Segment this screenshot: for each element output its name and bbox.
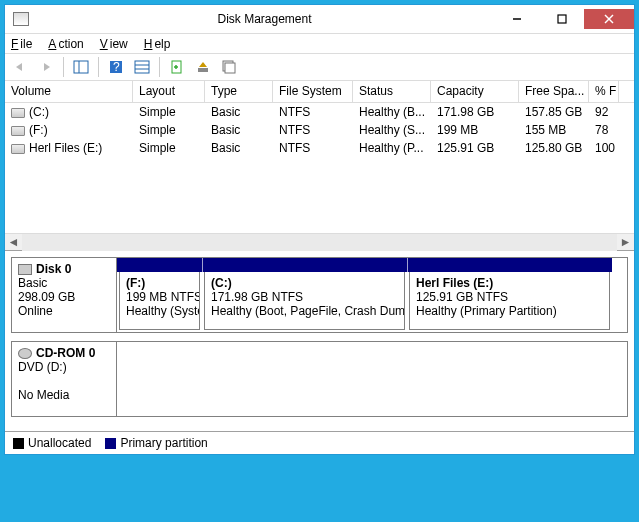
properties-button[interactable] <box>218 56 240 78</box>
show-hide-tree-button[interactable] <box>70 56 92 78</box>
svg-rect-1 <box>558 15 566 23</box>
minimize-button[interactable] <box>494 9 539 29</box>
volume-icon <box>11 108 25 118</box>
maximize-button[interactable] <box>539 9 584 29</box>
disk-icon <box>18 264 32 275</box>
partition[interactable]: (C:)171.98 GB NTFSHealthy (Boot, PageFil… <box>202 258 407 332</box>
scroll-right-icon[interactable]: ► <box>617 234 634 251</box>
forward-button[interactable] <box>35 56 57 78</box>
details-view-button[interactable] <box>131 56 153 78</box>
menu-view[interactable]: View <box>100 37 128 51</box>
partition[interactable]: (F:)199 MB NTFSHealthy (Syste <box>117 258 202 332</box>
table-row[interactable]: (F:)SimpleBasicNTFSHealthy (S...199 MB15… <box>5 121 634 139</box>
svg-rect-14 <box>225 63 235 73</box>
titlebar[interactable]: Disk Maragement <box>5 5 634 33</box>
table-row[interactable]: Herl Files (E:)SimpleBasicNTFSHealthy (P… <box>5 139 634 157</box>
col-filesystem[interactable]: File System <box>273 81 353 102</box>
svg-text:?: ? <box>113 60 120 74</box>
toolbar: ? <box>5 53 634 81</box>
col-pct[interactable]: % F <box>589 81 619 102</box>
svg-rect-12 <box>198 68 208 72</box>
col-layout[interactable]: Layout <box>133 81 205 102</box>
disk-0-info: Disk 0 Basic 298.09 GB Online <box>12 258 117 332</box>
graphical-view: Disk 0 Basic 298.09 GB Online (F:)199 MB… <box>5 250 634 431</box>
help-button[interactable]: ? <box>105 56 127 78</box>
svg-rect-4 <box>74 61 88 73</box>
scroll-left-icon[interactable]: ◄ <box>5 234 22 251</box>
menubar: File Action View Help <box>5 33 634 53</box>
partition[interactable]: Herl Files (E:)125.91 GB NTFSHealthy (Pr… <box>407 258 612 332</box>
refresh-button[interactable] <box>166 56 188 78</box>
svg-rect-8 <box>135 61 149 73</box>
primary-swatch <box>105 438 116 449</box>
legend: Unallocated Primary partition <box>5 431 634 454</box>
table-row[interactable]: (C:)SimpleBasicNTFSHealthy (B...171.98 G… <box>5 103 634 121</box>
menu-action[interactable]: Action <box>48 37 83 51</box>
eject-button[interactable] <box>192 56 214 78</box>
volume-icon <box>11 144 25 154</box>
menu-file[interactable]: File <box>11 37 32 51</box>
volume-icon <box>11 126 25 136</box>
cdrom-info: CD-ROM 0 DVD (D:) No Media <box>12 342 117 416</box>
window-title: Disk Maragement <box>35 12 494 26</box>
col-free[interactable]: Free Spa... <box>519 81 589 102</box>
disk-0-row[interactable]: Disk 0 Basic 298.09 GB Online (F:)199 MB… <box>11 257 628 333</box>
close-button[interactable] <box>584 9 634 29</box>
col-volume[interactable]: Volume <box>5 81 133 102</box>
col-capacity[interactable]: Capacity <box>431 81 519 102</box>
back-button[interactable] <box>9 56 31 78</box>
h-scrollbar[interactable]: ◄ ► <box>5 233 634 250</box>
volume-list[interactable]: (C:)SimpleBasicNTFSHealthy (B...171.98 G… <box>5 103 634 233</box>
cdrom-icon <box>18 348 32 359</box>
volume-list-header: Volume Layout Type File System Status Ca… <box>5 81 634 103</box>
col-status[interactable]: Status <box>353 81 431 102</box>
cdrom-row[interactable]: CD-ROM 0 DVD (D:) No Media <box>11 341 628 417</box>
unallocated-swatch <box>13 438 24 449</box>
disk-mgmt-icon <box>13 12 29 26</box>
menu-help[interactable]: Help <box>144 37 171 51</box>
col-type[interactable]: Type <box>205 81 273 102</box>
window: Disk Maragement File Action View Help ? … <box>4 4 635 455</box>
